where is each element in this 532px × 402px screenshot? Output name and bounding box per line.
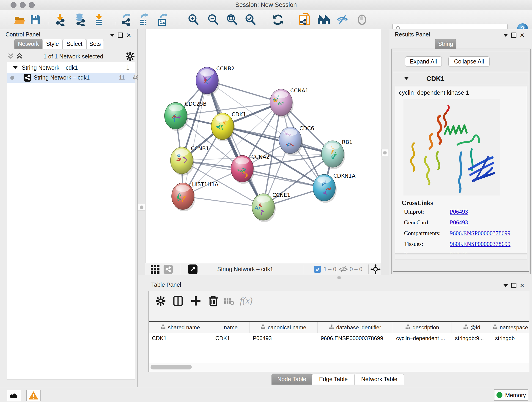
network-graph[interactable]: CCNB2CCNA1CDC25BCDK1CDC6RB1CCNB1CCNA2CDK… <box>146 29 381 263</box>
column-header-label: name <box>224 324 238 331</box>
gene-detail-scrollbar[interactable] <box>395 255 527 259</box>
section-collapse-icon[interactable] <box>404 77 409 80</box>
tab-node-table[interactable]: Node Table <box>272 374 312 385</box>
control-panel-close-icon[interactable]: ✕ <box>126 33 131 38</box>
node-gloss <box>169 104 183 111</box>
column-header-database-identifier[interactable]: database identifier <box>317 322 393 333</box>
eye-slash-button[interactable] <box>336 14 349 26</box>
results-panel-float-icon[interactable] <box>511 32 516 38</box>
houses-icon-button[interactable] <box>317 14 330 26</box>
zoom-fit-button[interactable] <box>225 13 238 26</box>
table-cell[interactable]: P06493 <box>249 333 317 343</box>
column-header-canonical-name[interactable]: canonical name <box>249 322 317 333</box>
expand-all-button[interactable]: Expand All <box>405 56 442 67</box>
open-session-button[interactable] <box>14 14 26 26</box>
tab-network-table[interactable]: Network Table <box>355 374 404 385</box>
column-type-icon <box>161 324 166 331</box>
table-cell[interactable]: 9606.ENSP00000378699 <box>317 333 393 343</box>
table-panel-close-icon[interactable]: ✕ <box>520 283 525 288</box>
memory-button[interactable]: Memory <box>494 389 528 401</box>
export-image-button[interactable] <box>156 13 170 26</box>
export-network-button[interactable] <box>120 13 133 26</box>
expand-all-tree-button[interactable] <box>16 52 23 61</box>
control-panel-float-icon[interactable] <box>118 32 123 38</box>
tab-string[interactable]: String <box>435 39 456 49</box>
column-header-description[interactable]: description <box>393 322 452 333</box>
collapse-all-tree-button[interactable] <box>7 52 14 61</box>
delete-column-trash-icon[interactable] <box>208 295 219 307</box>
show-columns-icon[interactable] <box>172 295 184 306</box>
zoom-selected-button[interactable] <box>244 13 257 26</box>
export-table-button[interactable] <box>138 13 151 26</box>
network-edge-CCNB2-CCNE1[interactable] <box>207 80 263 207</box>
results-panel-menu-icon[interactable] <box>503 34 508 37</box>
tab-style[interactable]: Style <box>42 39 63 49</box>
splitter-handle[interactable] <box>381 149 388 156</box>
table-cell[interactable]: stringdb:9... <box>452 333 492 343</box>
document-share-button[interactable] <box>298 13 311 26</box>
node-label-CDKN1A: CDKN1A <box>333 173 355 179</box>
network-tree-root-row[interactable]: String Network – cdk1 1 <box>7 64 135 73</box>
cloud-status-button[interactable] <box>7 390 21 401</box>
table-settings-gear-icon[interactable] <box>156 296 166 306</box>
crosslink-value-link[interactable]: 9606.ENSP00000378699 <box>450 241 510 248</box>
grid-view-icon[interactable] <box>150 265 160 274</box>
crosslink-value-link[interactable]: P06493 <box>450 208 468 215</box>
eye-button[interactable] <box>355 14 368 26</box>
warning-status-button[interactable] <box>26 390 41 401</box>
table-cell[interactable]: CDK1 <box>149 333 212 343</box>
zoom-out-button[interactable] <box>207 13 220 26</box>
column-header-shared-name[interactable]: shared name <box>149 322 212 333</box>
control-panel-menu-icon[interactable] <box>110 34 114 37</box>
table-cell[interactable]: cyclin–dependent ... <box>393 333 452 343</box>
title-bar: Session: New Session <box>0 0 532 10</box>
tree-collapse-icon[interactable] <box>13 66 18 69</box>
refresh-button[interactable] <box>272 13 284 26</box>
control-panel-splitter[interactable] <box>138 29 145 275</box>
table-panel-menu-icon[interactable] <box>503 284 508 287</box>
table-hscrollbar-thumb[interactable] <box>151 365 192 370</box>
table-hscrollbar[interactable] <box>149 363 529 372</box>
table-panel-splitter[interactable] <box>145 275 532 280</box>
table-row[interactable]: CDK1CDK1P064939606.ENSP00000378699cyclin… <box>149 333 529 343</box>
crosslink-value-link[interactable]: 9606.ENSP00000378699 <box>450 230 510 237</box>
memory-label: Memory <box>505 392 526 399</box>
create-column-plus-icon[interactable] <box>190 295 201 306</box>
import-network-file-button[interactable] <box>54 13 66 26</box>
table-cell[interactable]: stringdb <box>492 333 529 343</box>
column-header-name[interactable]: name <box>212 322 249 333</box>
birds-eye-view-icon[interactable] <box>188 264 197 274</box>
table-panel-title: Table Panel <box>151 281 181 288</box>
import-network-database-button[interactable] <box>73 13 87 26</box>
function-builder-fx[interactable]: f(x) <box>240 295 253 306</box>
splitter-handle[interactable] <box>337 276 341 279</box>
import-table-button[interactable] <box>93 13 105 26</box>
network-tree-child-row[interactable]: String Network – cdk1 11 48 <box>7 73 135 83</box>
results-panel-close-icon[interactable]: ✕ <box>520 33 525 38</box>
tab-select[interactable]: Select <box>63 39 86 49</box>
hidden-eye-slash-icon[interactable] <box>338 266 348 273</box>
pan-crosshair-icon[interactable] <box>370 264 381 274</box>
node-label-CCNB2: CCNB2 <box>216 65 234 71</box>
results-panel-splitter[interactable] <box>381 29 390 275</box>
table-panel-float-icon[interactable] <box>511 283 516 288</box>
gene-section-header[interactable]: CDK1 <box>393 73 529 85</box>
column-header-namespace[interactable]: namespace <box>492 322 529 333</box>
delete-table-icon[interactable] <box>224 297 234 306</box>
string-view-icon[interactable] <box>164 265 173 274</box>
zoom-in-button[interactable] <box>187 13 200 26</box>
network-canvas[interactable]: CCNB2CCNA1CDC25BCDK1CDC6RB1CCNB1CCNA2CDK… <box>145 29 381 263</box>
column-header-id[interactable]: @id <box>452 322 492 333</box>
table-cell[interactable]: CDK1 <box>212 333 249 343</box>
save-session-button[interactable] <box>29 14 41 26</box>
crosslink-value-link[interactable]: P06493 <box>450 219 468 226</box>
splitter-handle[interactable] <box>138 204 145 211</box>
network-options-gear-icon[interactable] <box>126 52 135 61</box>
tab-network[interactable]: Network <box>14 39 42 49</box>
tab-sets[interactable]: Sets <box>86 39 104 49</box>
collapse-all-button[interactable]: Collapse All <box>448 56 490 67</box>
crosslink-value-link[interactable]: P06493 <box>450 251 468 254</box>
selected-checkbox-icon[interactable] <box>314 266 321 273</box>
expand-collapse-bar: Expand All Collapse All <box>393 51 529 71</box>
tab-edge-table[interactable]: Edge Table <box>312 374 355 385</box>
